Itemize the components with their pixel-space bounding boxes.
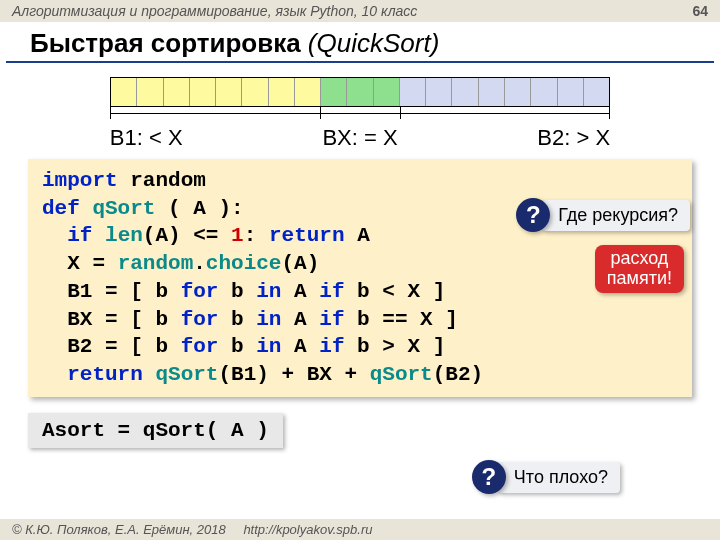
course-title: Алгоритмизация и программирование, язык …	[12, 3, 417, 19]
partition-labels: B1: < X BX: = X B2: > X	[40, 125, 680, 151]
label-b2: B2: > X	[537, 125, 610, 151]
partition-diagram	[110, 77, 610, 119]
header: Алгоритмизация и программирование, язык …	[0, 0, 720, 22]
asort-code: Asort = qSort( A )	[28, 413, 283, 448]
page-title: Быстрая сортировка (QuickSort)	[6, 22, 714, 63]
label-b1: B1: < X	[110, 125, 183, 151]
callout-text: Где рекурсия?	[542, 200, 690, 231]
callout-text: Что плохо?	[498, 462, 620, 493]
label-bx: BX: = X	[322, 125, 397, 151]
callout-memory: расход памяти!	[595, 245, 684, 293]
code-block: import random def qSort ( A ): if len(A)…	[28, 159, 692, 397]
callout-bad: ? Что плохо?	[472, 460, 620, 494]
callout-recursion: ? Где рекурсия?	[516, 198, 690, 232]
title-main: Быстрая сортировка	[30, 28, 301, 58]
footer: © К.Ю. Поляков, Е.А. Ерёмин, 2018 http:/…	[0, 519, 720, 540]
title-sub: (QuickSort)	[301, 28, 440, 58]
copyright: © К.Ю. Поляков, Е.А. Ерёмин, 2018	[12, 522, 226, 537]
question-icon: ?	[472, 460, 506, 494]
question-icon: ?	[516, 198, 550, 232]
footer-link[interactable]: http://kpolyakov.spb.ru	[243, 522, 372, 537]
page-number: 64	[692, 3, 708, 19]
